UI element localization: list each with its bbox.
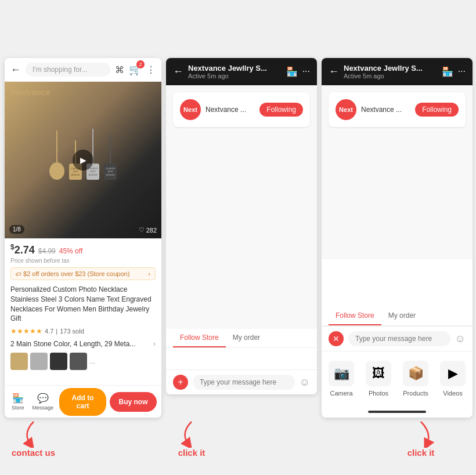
chat-tabs-left: Follow Store My order [166, 329, 317, 348]
media-option-products[interactable]: 📦 Products [403, 361, 428, 397]
photos-label: Photos [369, 390, 388, 397]
contact-us-arrow [16, 419, 51, 448]
variant-thumb-1[interactable] [10, 353, 28, 370]
chat-title-block-right: Nextvance Jewllry S... Active 5m ago [344, 64, 437, 79]
chat-input-area-left: + ☺ [166, 369, 317, 394]
price-discount: 45% off [59, 247, 82, 255]
annotation-contact-us: contact us [12, 419, 55, 458]
play-button[interactable]: ▶ [73, 150, 93, 171]
chat-plus-button-left[interactable]: + [173, 375, 188, 390]
product-panel: ← I'm shopping for... ⌘ 🛒 2 ⋮ nextvance [5, 58, 161, 418]
coupon-bar[interactable]: 🏷 $2 off orders over $23 (Store coupon) … [10, 267, 156, 280]
chat-shop-icon-left[interactable]: 🏪 [286, 66, 298, 77]
coupon-chevron: › [148, 270, 150, 277]
chat-shop-icon-right[interactable]: 🏪 [442, 66, 453, 77]
chat-welcome-store-label-left: Nextvance ... [205, 106, 246, 114]
price-tax: Price shown before tax [10, 258, 156, 264]
brand-watermark: nextvance [10, 88, 50, 97]
chat-header-icons-right: 🏪 ··· [442, 66, 466, 77]
price-row: $2.74 $4.99 45% off [10, 243, 156, 256]
variant-thumb-2[interactable] [30, 353, 48, 370]
message-button[interactable]: 💬 Message [30, 393, 56, 411]
search-bar[interactable]: I'm shopping for... [26, 63, 110, 77]
media-option-videos[interactable]: ▶ Videos [440, 361, 466, 397]
chat-back-icon-right[interactable]: ← [329, 66, 339, 78]
chat-input-right[interactable] [348, 331, 450, 346]
chat-store-name-left: Nextvance Jewllry S... [188, 64, 282, 72]
share-icon[interactable]: ⌘ [115, 64, 124, 75]
chat-bottom-section-right: Follow Store My order ✕ ☺ 📷 Camera 🖼 Pho… [322, 307, 473, 418]
chat-right-panel: ← Nextvance Jewllry S... Active 5m ago 🏪… [322, 58, 473, 418]
message-icon: 💬 [37, 393, 49, 404]
play-icon: ▶ [80, 155, 86, 165]
add-to-cart-button[interactable]: Add to cart [59, 388, 106, 416]
more-icon[interactable]: ⋮ [146, 64, 156, 75]
tab-follow-store-right[interactable]: Follow Store [329, 307, 381, 325]
chat-emoji-right[interactable]: ☺ [455, 333, 466, 345]
variant-thumbnails: ... [10, 353, 156, 370]
variant-chevron: › [153, 340, 156, 348]
back-icon[interactable]: ← [10, 64, 21, 76]
variant-label: 2 Main Stone Color, 4 Length, 29 Meta... [10, 340, 135, 348]
separator: | [56, 328, 57, 335]
header-icons: ⌘ 🛒 2 ⋮ [115, 63, 156, 76]
chat-header-icons-left: 🏪 ··· [286, 66, 310, 77]
product-info: $2.74 $4.99 45% off Price shown before t… [5, 238, 161, 375]
click-right-label: click it [408, 448, 435, 458]
media-options-panel: 📷 Camera 🖼 Photos 📦 Products ▶ Videos [322, 351, 473, 406]
media-options-grid: 📷 Camera 🖼 Photos 📦 Products ▶ Videos [329, 361, 466, 397]
videos-label: Videos [443, 390, 462, 397]
variant-row[interactable]: 2 Main Stone Color, 4 Length, 29 Meta...… [10, 340, 156, 348]
sold-count: 173 sold [60, 328, 84, 335]
chat-header-right: ← Nextvance Jewllry S... Active 5m ago 🏪… [322, 58, 473, 85]
image-counter: 1/8 [9, 225, 24, 234]
annotation-click-left: click it [174, 419, 209, 458]
chat-welcome-card-right: Next Nextvance ... Following [329, 92, 466, 127]
chat-avatar-left: Next [180, 99, 201, 120]
chat-more-icon-right[interactable]: ··· [458, 66, 466, 77]
contact-us-label: contact us [12, 448, 55, 458]
chat-input-area-right: ✕ ☺ [322, 326, 473, 351]
variant-thumb-3[interactable] [50, 353, 67, 370]
chat-back-icon-left[interactable]: ← [173, 66, 183, 78]
tab-my-order-left[interactable]: My order [226, 329, 267, 347]
coupon-text: 🏷 $2 off orders over $23 (Store coupon) [16, 270, 129, 277]
chat-status-left: Active 5m ago [188, 72, 282, 79]
message-label: Message [33, 405, 54, 411]
star-rating: ★★★★★ [10, 327, 42, 335]
click-right-arrow [401, 419, 441, 448]
like-count: ♡ 282 [139, 226, 157, 234]
chat-close-button-right[interactable]: ✕ [329, 331, 344, 346]
media-option-camera[interactable]: 📷 Camera [329, 361, 354, 397]
media-option-photos[interactable]: 🖼 Photos [366, 361, 391, 397]
rating-score: 4.7 [45, 328, 53, 335]
buy-now-button[interactable]: Buy now [110, 392, 157, 412]
tab-follow-store-left[interactable]: Follow Store [173, 329, 226, 347]
camera-icon[interactable]: 📷 [329, 361, 354, 386]
store-label: Store [12, 405, 24, 411]
chat-emoji-left[interactable]: ☺ [300, 376, 310, 389]
chat-input-left[interactable] [193, 375, 295, 390]
store-button[interactable]: 🏪 Store [9, 393, 27, 411]
chat-store-name-right: Nextvance Jewllry S... [344, 64, 437, 72]
following-button-right[interactable]: Following [415, 103, 459, 117]
photos-icon[interactable]: 🖼 [366, 361, 391, 386]
chat-header-left: ← Nextvance Jewllry S... Active 5m ago 🏪… [166, 58, 317, 85]
chat-welcome-card-left: Next Nextvance ... Following [173, 92, 310, 127]
click-left-label: click it [178, 448, 205, 458]
variant-thumb-4[interactable] [70, 353, 87, 370]
following-button-left[interactable]: Following [259, 103, 303, 117]
chat-status-right: Active 5m ago [344, 72, 437, 79]
products-icon[interactable]: 📦 [403, 361, 428, 386]
tab-my-order-right[interactable]: My order [381, 307, 423, 325]
videos-icon[interactable]: ▶ [440, 361, 466, 386]
cart-icon[interactable]: 🛒 2 [129, 63, 142, 76]
chat-welcome-store-label-right: Nextvance ... [361, 106, 402, 114]
chat-title-block-left: Nextvance Jewllry S... Active 5m ago [188, 64, 282, 79]
chat-avatar-right: Next [336, 99, 356, 120]
price-current: $2.74 [10, 243, 35, 256]
cart-badge: 2 [136, 60, 145, 68]
price-original: $4.99 [38, 247, 56, 255]
chat-more-icon-left[interactable]: ··· [302, 66, 310, 77]
chat-tabs-right: Follow Store My order [322, 307, 473, 326]
